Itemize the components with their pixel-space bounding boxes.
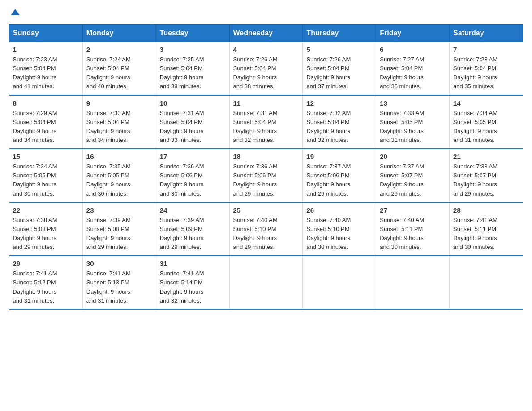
- calendar-cell: [229, 256, 303, 309]
- day-number: 16: [86, 153, 152, 160]
- day-number: 9: [86, 99, 152, 107]
- calendar-cell: 29 Sunrise: 7:41 AM Sunset: 5:12 PM Dayl…: [9, 256, 83, 309]
- week-row-5: 29 Sunrise: 7:41 AM Sunset: 5:12 PM Dayl…: [9, 256, 523, 309]
- day-info: Sunrise: 7:26 AM Sunset: 5:04 PM Dayligh…: [233, 55, 299, 91]
- calendar-cell: 25 Sunrise: 7:40 AM Sunset: 5:10 PM Dayl…: [229, 202, 303, 256]
- day-info: Sunrise: 7:40 AM Sunset: 5:10 PM Dayligh…: [233, 216, 299, 252]
- calendar-cell: 14 Sunrise: 7:34 AM Sunset: 5:05 PM Dayl…: [450, 95, 523, 149]
- calendar-cell: 8 Sunrise: 7:29 AM Sunset: 5:04 PM Dayli…: [9, 95, 83, 149]
- calendar-cell: 5 Sunrise: 7:26 AM Sunset: 5:04 PM Dayli…: [303, 42, 376, 95]
- calendar-cell: 9 Sunrise: 7:30 AM Sunset: 5:04 PM Dayli…: [82, 95, 156, 149]
- calendar-cell: 11 Sunrise: 7:31 AM Sunset: 5:04 PM Dayl…: [229, 95, 303, 149]
- day-number: 22: [13, 206, 79, 214]
- day-info: Sunrise: 7:31 AM Sunset: 5:04 PM Dayligh…: [160, 109, 226, 145]
- logo-triangle-icon: [11, 9, 20, 15]
- calendar-cell: 12 Sunrise: 7:32 AM Sunset: 5:04 PM Dayl…: [303, 95, 376, 149]
- day-number: 12: [306, 99, 372, 107]
- header-thursday: Thursday: [303, 25, 376, 42]
- day-number: 11: [233, 99, 299, 107]
- day-number: 18: [233, 153, 299, 160]
- day-info: Sunrise: 7:40 AM Sunset: 5:11 PM Dayligh…: [380, 216, 446, 252]
- day-number: 4: [233, 46, 299, 53]
- day-info: Sunrise: 7:38 AM Sunset: 5:07 PM Dayligh…: [453, 162, 519, 198]
- calendar-cell: 26 Sunrise: 7:40 AM Sunset: 5:10 PM Dayl…: [303, 202, 376, 256]
- day-number: 5: [306, 46, 372, 53]
- calendar-cell: 19 Sunrise: 7:37 AM Sunset: 5:06 PM Dayl…: [303, 149, 376, 202]
- header-wednesday: Wednesday: [229, 25, 303, 42]
- day-number: 2: [86, 46, 152, 53]
- day-number: 1: [13, 46, 79, 53]
- calendar-cell: 16 Sunrise: 7:35 AM Sunset: 5:05 PM Dayl…: [82, 149, 156, 202]
- day-number: 29: [13, 260, 79, 267]
- day-number: 20: [380, 153, 446, 160]
- day-info: Sunrise: 7:27 AM Sunset: 5:04 PM Dayligh…: [380, 55, 446, 91]
- header-monday: Monday: [82, 25, 156, 42]
- day-info: Sunrise: 7:37 AM Sunset: 5:07 PM Dayligh…: [380, 162, 446, 198]
- calendar-cell: 15 Sunrise: 7:34 AM Sunset: 5:05 PM Dayl…: [9, 149, 83, 202]
- calendar-cell: 27 Sunrise: 7:40 AM Sunset: 5:11 PM Dayl…: [376, 202, 450, 256]
- logo: [9, 9, 20, 15]
- day-number: 15: [13, 153, 79, 160]
- day-number: 17: [160, 153, 226, 160]
- calendar-cell: [376, 256, 450, 309]
- day-info: Sunrise: 7:39 AM Sunset: 5:09 PM Dayligh…: [160, 216, 226, 252]
- day-number: 27: [380, 206, 446, 214]
- day-number: 30: [86, 260, 152, 267]
- calendar-cell: 30 Sunrise: 7:41 AM Sunset: 5:13 PM Dayl…: [82, 256, 156, 309]
- calendar-cell: 31 Sunrise: 7:41 AM Sunset: 5:14 PM Dayl…: [156, 256, 229, 309]
- calendar-cell: 2 Sunrise: 7:24 AM Sunset: 5:04 PM Dayli…: [82, 42, 156, 95]
- day-info: Sunrise: 7:38 AM Sunset: 5:08 PM Dayligh…: [13, 216, 79, 252]
- day-number: 14: [453, 99, 519, 107]
- day-number: 6: [380, 46, 446, 53]
- day-number: 28: [453, 206, 519, 214]
- day-info: Sunrise: 7:41 AM Sunset: 5:14 PM Dayligh…: [160, 269, 226, 305]
- day-info: Sunrise: 7:31 AM Sunset: 5:04 PM Dayligh…: [233, 109, 299, 145]
- day-info: Sunrise: 7:41 AM Sunset: 5:11 PM Dayligh…: [453, 216, 519, 252]
- calendar-cell: 4 Sunrise: 7:26 AM Sunset: 5:04 PM Dayli…: [229, 42, 303, 95]
- day-info: Sunrise: 7:29 AM Sunset: 5:04 PM Dayligh…: [13, 109, 79, 145]
- day-number: 31: [160, 260, 226, 267]
- day-info: Sunrise: 7:41 AM Sunset: 5:13 PM Dayligh…: [86, 269, 152, 305]
- calendar-table: SundayMondayTuesdayWednesdayThursdayFrid…: [9, 24, 523, 310]
- day-info: Sunrise: 7:28 AM Sunset: 5:04 PM Dayligh…: [453, 55, 519, 91]
- week-row-2: 8 Sunrise: 7:29 AM Sunset: 5:04 PM Dayli…: [9, 95, 523, 149]
- day-number: 7: [453, 46, 519, 53]
- day-info: Sunrise: 7:24 AM Sunset: 5:04 PM Dayligh…: [86, 55, 152, 91]
- day-number: 3: [160, 46, 226, 53]
- day-info: Sunrise: 7:26 AM Sunset: 5:04 PM Dayligh…: [306, 55, 372, 91]
- calendar-cell: 21 Sunrise: 7:38 AM Sunset: 5:07 PM Dayl…: [450, 149, 523, 202]
- header-sunday: Sunday: [9, 25, 83, 42]
- calendar-cell: 3 Sunrise: 7:25 AM Sunset: 5:04 PM Dayli…: [156, 42, 229, 95]
- day-info: Sunrise: 7:33 AM Sunset: 5:05 PM Dayligh…: [380, 109, 446, 145]
- day-info: Sunrise: 7:36 AM Sunset: 5:06 PM Dayligh…: [233, 162, 299, 198]
- day-info: Sunrise: 7:36 AM Sunset: 5:06 PM Dayligh…: [160, 162, 226, 198]
- calendar-cell: 20 Sunrise: 7:37 AM Sunset: 5:07 PM Dayl…: [376, 149, 450, 202]
- day-info: Sunrise: 7:37 AM Sunset: 5:06 PM Dayligh…: [306, 162, 372, 198]
- day-number: 8: [13, 99, 79, 107]
- calendar-cell: 28 Sunrise: 7:41 AM Sunset: 5:11 PM Dayl…: [450, 202, 523, 256]
- day-number: 13: [380, 99, 446, 107]
- header-tuesday: Tuesday: [156, 25, 229, 42]
- day-info: Sunrise: 7:25 AM Sunset: 5:04 PM Dayligh…: [160, 55, 226, 91]
- calendar-cell: 24 Sunrise: 7:39 AM Sunset: 5:09 PM Dayl…: [156, 202, 229, 256]
- day-number: 21: [453, 153, 519, 160]
- day-number: 24: [160, 206, 226, 214]
- calendar-cell: 6 Sunrise: 7:27 AM Sunset: 5:04 PM Dayli…: [376, 42, 450, 95]
- day-info: Sunrise: 7:32 AM Sunset: 5:04 PM Dayligh…: [306, 109, 372, 145]
- calendar-cell: 17 Sunrise: 7:36 AM Sunset: 5:06 PM Dayl…: [156, 149, 229, 202]
- day-number: 23: [86, 206, 152, 214]
- day-number: 25: [233, 206, 299, 214]
- calendar-cell: 22 Sunrise: 7:38 AM Sunset: 5:08 PM Dayl…: [9, 202, 83, 256]
- day-info: Sunrise: 7:39 AM Sunset: 5:08 PM Dayligh…: [86, 216, 152, 252]
- calendar-header-row: SundayMondayTuesdayWednesdayThursdayFrid…: [9, 25, 523, 42]
- week-row-4: 22 Sunrise: 7:38 AM Sunset: 5:08 PM Dayl…: [9, 202, 523, 256]
- week-row-1: 1 Sunrise: 7:23 AM Sunset: 5:04 PM Dayli…: [9, 42, 523, 95]
- calendar-cell: 1 Sunrise: 7:23 AM Sunset: 5:04 PM Dayli…: [9, 42, 83, 95]
- calendar-cell: 10 Sunrise: 7:31 AM Sunset: 5:04 PM Dayl…: [156, 95, 229, 149]
- page-header: [9, 9, 523, 15]
- week-row-3: 15 Sunrise: 7:34 AM Sunset: 5:05 PM Dayl…: [9, 149, 523, 202]
- header-saturday: Saturday: [450, 25, 523, 42]
- calendar-cell: 23 Sunrise: 7:39 AM Sunset: 5:08 PM Dayl…: [82, 202, 156, 256]
- calendar-cell: [303, 256, 376, 309]
- header-friday: Friday: [376, 25, 450, 42]
